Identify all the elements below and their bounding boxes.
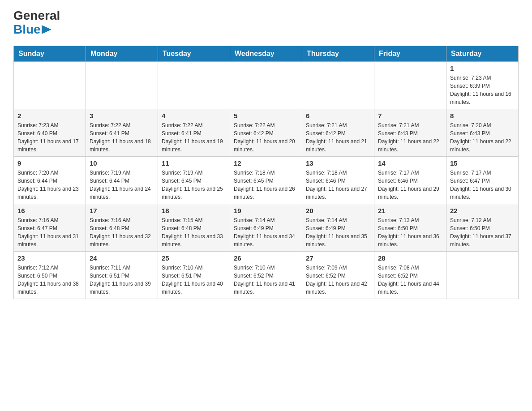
logo-general: General xyxy=(13,9,60,22)
calendar-table: SundayMondayTuesdayWednesdayThursdayFrid… xyxy=(13,46,519,299)
calendar-cell xyxy=(14,61,86,109)
logo-arrow-icon xyxy=(42,25,51,34)
day-number: 14 xyxy=(378,159,442,167)
calendar-cell: 26Sunrise: 7:10 AM Sunset: 6:52 PM Dayli… xyxy=(230,251,302,299)
calendar-cell xyxy=(230,61,302,109)
calendar-cell: 20Sunrise: 7:14 AM Sunset: 6:49 PM Dayli… xyxy=(302,204,374,251)
day-info: Sunrise: 7:13 AM Sunset: 6:50 PM Dayligh… xyxy=(378,216,442,248)
weekday-header-saturday: Saturday xyxy=(446,46,519,61)
day-number: 16 xyxy=(17,207,82,214)
day-number: 7 xyxy=(378,112,442,120)
calendar-cell: 3Sunrise: 7:22 AM Sunset: 6:41 PM Daylig… xyxy=(86,109,158,156)
day-info: Sunrise: 7:23 AM Sunset: 6:40 PM Dayligh… xyxy=(17,121,82,154)
day-info: Sunrise: 7:22 AM Sunset: 6:41 PM Dayligh… xyxy=(90,121,154,154)
calendar-body: 1Sunrise: 7:23 AM Sunset: 6:39 PM Daylig… xyxy=(14,61,519,299)
day-number: 3 xyxy=(90,112,154,120)
calendar-week-row: 16Sunrise: 7:16 AM Sunset: 6:47 PM Dayli… xyxy=(14,204,519,251)
calendar-week-row: 2Sunrise: 7:23 AM Sunset: 6:40 PM Daylig… xyxy=(14,109,519,156)
calendar-cell xyxy=(302,61,374,109)
day-info: Sunrise: 7:10 AM Sunset: 6:51 PM Dayligh… xyxy=(162,264,226,296)
day-number: 15 xyxy=(450,159,515,167)
calendar-cell: 12Sunrise: 7:18 AM Sunset: 6:45 PM Dayli… xyxy=(230,156,302,204)
calendar-cell xyxy=(86,61,158,109)
calendar-cell: 4Sunrise: 7:22 AM Sunset: 6:41 PM Daylig… xyxy=(158,109,230,156)
calendar-week-row: 9Sunrise: 7:20 AM Sunset: 6:44 PM Daylig… xyxy=(14,156,519,204)
calendar-cell: 9Sunrise: 7:20 AM Sunset: 6:44 PM Daylig… xyxy=(14,156,86,204)
day-number: 19 xyxy=(234,207,298,214)
calendar-cell: 24Sunrise: 7:11 AM Sunset: 6:51 PM Dayli… xyxy=(86,251,158,299)
logo-blue: Blue xyxy=(13,23,41,37)
calendar-cell: 6Sunrise: 7:21 AM Sunset: 6:42 PM Daylig… xyxy=(302,109,374,156)
weekday-header-tuesday: Tuesday xyxy=(158,46,230,61)
day-info: Sunrise: 7:21 AM Sunset: 6:42 PM Dayligh… xyxy=(306,121,370,154)
day-info: Sunrise: 7:18 AM Sunset: 6:46 PM Dayligh… xyxy=(306,169,370,201)
calendar-cell: 22Sunrise: 7:12 AM Sunset: 6:50 PM Dayli… xyxy=(446,204,519,251)
calendar-cell: 14Sunrise: 7:17 AM Sunset: 6:46 PM Dayli… xyxy=(374,156,446,204)
day-number: 13 xyxy=(306,159,370,167)
day-info: Sunrise: 7:08 AM Sunset: 6:52 PM Dayligh… xyxy=(378,264,442,296)
day-info: Sunrise: 7:20 AM Sunset: 6:43 PM Dayligh… xyxy=(450,121,515,154)
day-number: 27 xyxy=(306,254,370,262)
day-info: Sunrise: 7:14 AM Sunset: 6:49 PM Dayligh… xyxy=(234,216,298,248)
page-header: General Blue xyxy=(13,9,519,37)
weekday-header-monday: Monday xyxy=(86,46,158,61)
day-info: Sunrise: 7:21 AM Sunset: 6:43 PM Dayligh… xyxy=(378,121,442,154)
calendar-cell xyxy=(446,251,519,299)
calendar-cell xyxy=(374,61,446,109)
calendar-cell: 13Sunrise: 7:18 AM Sunset: 6:46 PM Dayli… xyxy=(302,156,374,204)
day-number: 6 xyxy=(306,112,370,120)
calendar-cell xyxy=(158,61,230,109)
day-number: 21 xyxy=(378,207,442,214)
day-info: Sunrise: 7:12 AM Sunset: 6:50 PM Dayligh… xyxy=(450,216,515,248)
weekday-header-wednesday: Wednesday xyxy=(230,46,302,61)
calendar-cell: 5Sunrise: 7:22 AM Sunset: 6:42 PM Daylig… xyxy=(230,109,302,156)
calendar-cell: 28Sunrise: 7:08 AM Sunset: 6:52 PM Dayli… xyxy=(374,251,446,299)
day-number: 11 xyxy=(162,159,226,167)
day-info: Sunrise: 7:14 AM Sunset: 6:49 PM Dayligh… xyxy=(306,216,370,248)
logo: General Blue xyxy=(13,9,60,37)
day-number: 2 xyxy=(17,112,82,120)
day-number: 1 xyxy=(450,64,515,72)
day-info: Sunrise: 7:18 AM Sunset: 6:45 PM Dayligh… xyxy=(234,169,298,201)
day-number: 22 xyxy=(450,207,515,214)
day-number: 28 xyxy=(378,254,442,262)
calendar-cell: 23Sunrise: 7:12 AM Sunset: 6:50 PM Dayli… xyxy=(14,251,86,299)
day-number: 23 xyxy=(17,254,82,262)
day-number: 10 xyxy=(90,159,154,167)
calendar-cell: 2Sunrise: 7:23 AM Sunset: 6:40 PM Daylig… xyxy=(14,109,86,156)
calendar-cell: 27Sunrise: 7:09 AM Sunset: 6:52 PM Dayli… xyxy=(302,251,374,299)
day-number: 18 xyxy=(162,207,226,214)
calendar-cell: 7Sunrise: 7:21 AM Sunset: 6:43 PM Daylig… xyxy=(374,109,446,156)
calendar-cell: 17Sunrise: 7:16 AM Sunset: 6:48 PM Dayli… xyxy=(86,204,158,251)
weekday-header-thursday: Thursday xyxy=(302,46,374,61)
svg-marker-0 xyxy=(42,25,51,34)
calendar-cell: 16Sunrise: 7:16 AM Sunset: 6:47 PM Dayli… xyxy=(14,204,86,251)
day-info: Sunrise: 7:12 AM Sunset: 6:50 PM Dayligh… xyxy=(17,264,82,296)
day-info: Sunrise: 7:10 AM Sunset: 6:52 PM Dayligh… xyxy=(234,264,298,296)
day-number: 9 xyxy=(17,159,82,167)
calendar-cell: 18Sunrise: 7:15 AM Sunset: 6:48 PM Dayli… xyxy=(158,204,230,251)
day-info: Sunrise: 7:23 AM Sunset: 6:39 PM Dayligh… xyxy=(450,74,515,106)
day-number: 26 xyxy=(234,254,298,262)
weekday-header-sunday: Sunday xyxy=(14,46,86,61)
day-number: 4 xyxy=(162,112,226,120)
day-info: Sunrise: 7:16 AM Sunset: 6:47 PM Dayligh… xyxy=(17,216,82,248)
day-info: Sunrise: 7:17 AM Sunset: 6:47 PM Dayligh… xyxy=(450,169,515,201)
calendar-week-row: 1Sunrise: 7:23 AM Sunset: 6:39 PM Daylig… xyxy=(14,61,519,109)
calendar-header-row: SundayMondayTuesdayWednesdayThursdayFrid… xyxy=(14,46,519,61)
calendar-cell: 1Sunrise: 7:23 AM Sunset: 6:39 PM Daylig… xyxy=(446,61,519,109)
calendar-cell: 8Sunrise: 7:20 AM Sunset: 6:43 PM Daylig… xyxy=(446,109,519,156)
day-info: Sunrise: 7:22 AM Sunset: 6:41 PM Dayligh… xyxy=(162,121,226,154)
calendar-cell: 19Sunrise: 7:14 AM Sunset: 6:49 PM Dayli… xyxy=(230,204,302,251)
day-number: 20 xyxy=(306,207,370,214)
day-number: 17 xyxy=(90,207,154,214)
day-info: Sunrise: 7:20 AM Sunset: 6:44 PM Dayligh… xyxy=(17,169,82,201)
day-info: Sunrise: 7:15 AM Sunset: 6:48 PM Dayligh… xyxy=(162,216,226,248)
day-info: Sunrise: 7:16 AM Sunset: 6:48 PM Dayligh… xyxy=(90,216,154,248)
day-info: Sunrise: 7:09 AM Sunset: 6:52 PM Dayligh… xyxy=(306,264,370,296)
day-info: Sunrise: 7:17 AM Sunset: 6:46 PM Dayligh… xyxy=(378,169,442,201)
day-number: 8 xyxy=(450,112,515,120)
calendar-cell: 25Sunrise: 7:10 AM Sunset: 6:51 PM Dayli… xyxy=(158,251,230,299)
day-number: 24 xyxy=(90,254,154,262)
day-info: Sunrise: 7:19 AM Sunset: 6:44 PM Dayligh… xyxy=(90,169,154,201)
